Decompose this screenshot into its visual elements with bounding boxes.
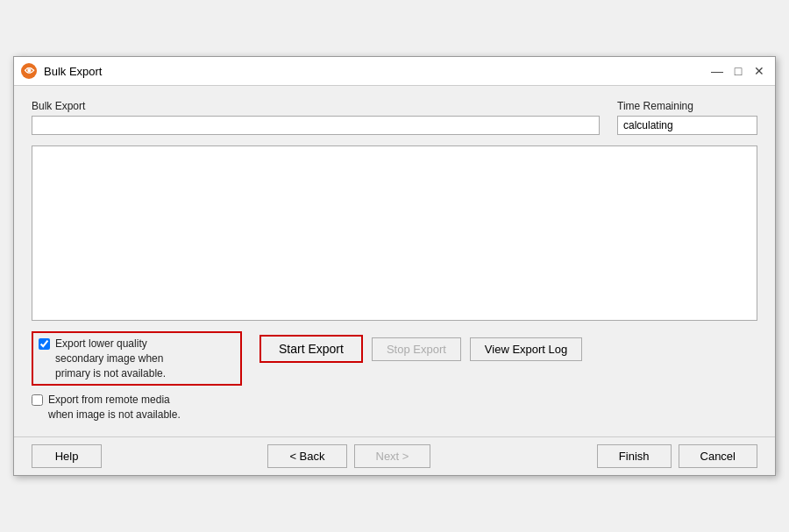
progress-left: Bulk Export	[32, 100, 600, 135]
window-title: Bulk Export	[44, 65, 701, 78]
time-remaining-label: Time Remaining	[617, 100, 757, 112]
help-button[interactable]: Help	[32, 444, 102, 468]
progress-section: Bulk Export Time Remaining	[32, 100, 757, 135]
footer: Help < Back Next > Finish Cancel	[14, 436, 775, 475]
log-area	[32, 145, 757, 321]
checkbox-lower-quality[interactable]	[39, 338, 50, 350]
checkbox-row-1: Export lower qualitysecondary image when…	[32, 331, 242, 386]
action-buttons: Start Export Stop Export View Export Log	[259, 335, 582, 363]
window-controls: — □ ✕	[708, 62, 768, 80]
main-window: 👁 Bulk Export — □ ✕ Bulk Export Time Rem…	[13, 56, 776, 476]
minimize-button[interactable]: —	[708, 62, 726, 80]
cancel-button[interactable]: Cancel	[679, 444, 757, 468]
stop-export-button[interactable]: Stop Export	[372, 337, 461, 361]
checkbox-lower-quality-label: Export lower qualitysecondary image when…	[55, 337, 166, 380]
progress-bar	[32, 116, 600, 135]
time-remaining-input[interactable]	[617, 116, 757, 135]
checkbox-section: Export lower qualitysecondary image when…	[32, 331, 242, 422]
next-button[interactable]: Next >	[354, 444, 431, 468]
app-icon: 👁	[21, 63, 37, 79]
back-button[interactable]: < Back	[267, 444, 346, 468]
view-export-log-button[interactable]: View Export Log	[470, 337, 582, 361]
footer-right: Finish Cancel	[597, 444, 757, 468]
title-bar: 👁 Bulk Export — □ ✕	[14, 57, 775, 86]
close-button[interactable]: ✕	[750, 62, 768, 80]
bulk-export-label: Bulk Export	[32, 100, 600, 112]
footer-left: Help	[32, 444, 102, 468]
checkbox-remote-media-label: Export from remote mediawhen image is no…	[48, 393, 181, 422]
start-export-button[interactable]: Start Export	[259, 335, 363, 363]
footer-center: < Back Next >	[267, 444, 430, 468]
content-area: Bulk Export Time Remaining Export lower …	[14, 86, 775, 436]
finish-button[interactable]: Finish	[597, 444, 672, 468]
controls-row: Export lower qualitysecondary image when…	[32, 331, 757, 422]
progress-right: Time Remaining	[617, 100, 757, 135]
checkbox-row-2: Export from remote mediawhen image is no…	[32, 393, 242, 422]
checkbox-remote-media[interactable]	[32, 394, 43, 406]
maximize-button[interactable]: □	[729, 62, 747, 80]
